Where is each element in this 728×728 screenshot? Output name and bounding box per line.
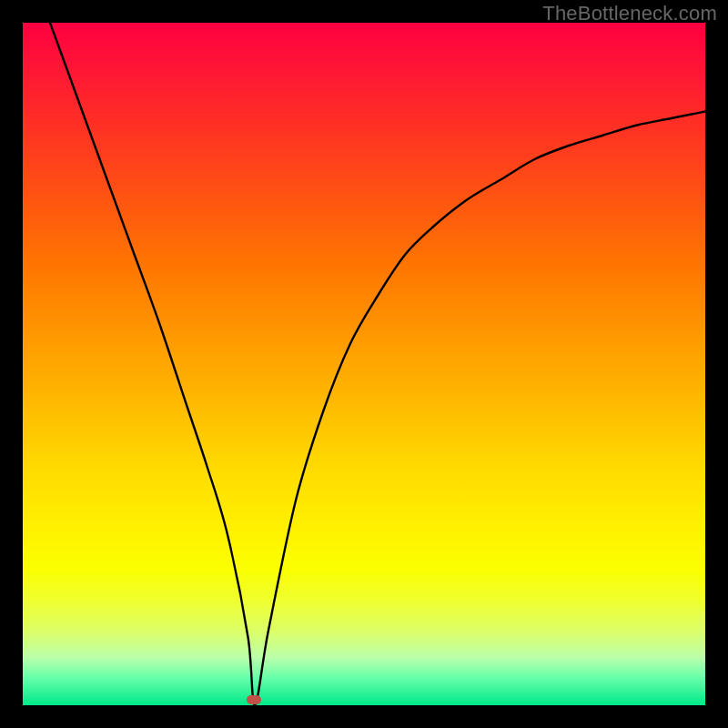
plot-area <box>23 23 705 705</box>
curve-svg <box>23 23 705 705</box>
bottleneck-curve <box>50 23 705 705</box>
chart-frame: TheBottleneck.com <box>0 0 728 728</box>
minimum-marker <box>247 695 261 704</box>
